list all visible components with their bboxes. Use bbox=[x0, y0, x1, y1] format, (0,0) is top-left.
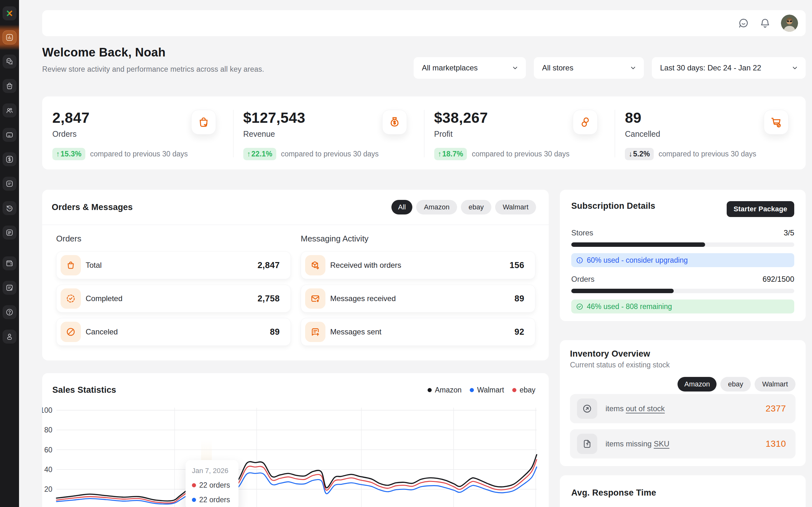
svg-text:60: 60 bbox=[44, 446, 52, 454]
svg-text:100: 100 bbox=[42, 406, 52, 414]
orders-completed-row: Completed 2,758 bbox=[56, 285, 291, 313]
svg-text:20: 20 bbox=[44, 485, 52, 493]
topbar bbox=[42, 10, 806, 36]
sales-chart: 10080604020 Jan 7, 2026 22 orders 22 ord… bbox=[42, 395, 549, 507]
sidebar-item-profile[interactable] bbox=[3, 330, 16, 344]
marketplaces-value: All marketplaces bbox=[422, 63, 478, 72]
history-10-icon: 10 bbox=[5, 204, 14, 212]
page-subtitle: Review store activity and performance me… bbox=[42, 65, 264, 74]
trend-up-circle-icon bbox=[577, 398, 597, 419]
tab-amazon[interactable]: Amazon bbox=[416, 200, 457, 215]
meter-label: Stores bbox=[571, 228, 593, 237]
orders-progress bbox=[571, 289, 794, 293]
row-value: 2,847 bbox=[258, 261, 280, 270]
row-label: items out of stock bbox=[606, 404, 665, 413]
sidebar-item-history[interactable]: 10 bbox=[3, 201, 16, 215]
chat-sent-icon bbox=[305, 322, 325, 342]
sidebar-item-products[interactable] bbox=[3, 128, 16, 142]
sidebar-item-orders[interactable] bbox=[3, 79, 16, 93]
row-value: 156 bbox=[509, 261, 524, 270]
orders-canceled-row: Canceled 89 bbox=[56, 318, 291, 346]
stores-progress bbox=[571, 242, 794, 247]
dashboard-icon bbox=[3, 31, 16, 44]
tab-ebay[interactable]: ebay bbox=[461, 200, 491, 215]
missing-sku-row: items missing SKU 1310 bbox=[570, 429, 796, 458]
svg-text:40: 40 bbox=[44, 465, 52, 474]
svg-text:80: 80 bbox=[44, 426, 52, 434]
marketplaces-dropdown[interactable]: All marketplaces bbox=[414, 57, 526, 79]
money-bag-icon bbox=[382, 110, 407, 134]
chart-tooltip: Jan 7, 2026 22 orders 22 orders bbox=[186, 460, 239, 507]
compare-text: compared to previous 30 days bbox=[472, 150, 569, 158]
stores-meter: Stores 3/5 60% used - consider upgrading bbox=[571, 228, 794, 267]
check-circle-icon bbox=[576, 303, 583, 310]
chat-icon[interactable] bbox=[738, 17, 749, 29]
sidebar-item-dashboard[interactable] bbox=[0, 25, 19, 50]
delta-badge: ↑15.3% bbox=[52, 148, 85, 160]
sidebar-nav: 10 bbox=[0, 25, 19, 354]
response-time-card: Avg. Response Time bbox=[560, 475, 806, 507]
dollar-icon bbox=[5, 155, 14, 163]
delta-badge: ↑22.1% bbox=[243, 148, 276, 160]
wallet-icon bbox=[5, 259, 14, 268]
stat-revenue: $127,543 Revenue ↑22.1% compared to prev… bbox=[233, 97, 424, 169]
inventory-tabs: Amazon ebay Walmart bbox=[570, 377, 796, 392]
sales-statistics-card: Sales Statistics Amazon Walmart ebay 100… bbox=[42, 373, 549, 507]
sidebar-item-reports[interactable] bbox=[3, 226, 16, 239]
row-value: 89 bbox=[514, 294, 524, 303]
compare-text: compared to previous 30 days bbox=[90, 150, 188, 158]
response-time-title: Avg. Response Time bbox=[571, 488, 794, 498]
date-range-dropdown[interactable]: Last 30 days: Dec 24 - Jan 22 bbox=[652, 57, 806, 79]
sidebar-item-listings[interactable] bbox=[3, 177, 16, 191]
bag-icon bbox=[61, 255, 81, 275]
tab-walmart[interactable]: Walmart bbox=[495, 200, 536, 215]
stat-profit: $38,267 Profit ↑18.7% compared to previo… bbox=[424, 97, 615, 169]
sidebar-item-wallet[interactable] bbox=[3, 257, 16, 270]
avatar[interactable] bbox=[781, 15, 798, 32]
chevron-down-icon bbox=[511, 64, 519, 72]
tab-ebay[interactable]: ebay bbox=[720, 377, 751, 392]
coins-icon bbox=[573, 110, 598, 134]
row-label: Total bbox=[86, 261, 102, 270]
help-icon bbox=[5, 308, 14, 316]
plan-badge[interactable]: Starter Package bbox=[727, 201, 794, 217]
box-icon bbox=[5, 131, 14, 139]
meter-value: 3/5 bbox=[784, 228, 794, 237]
sidebar-item-customers[interactable] bbox=[3, 103, 16, 117]
document-icon bbox=[5, 228, 14, 237]
tab-all[interactable]: All bbox=[391, 200, 412, 215]
orders-meter: Orders 692/1500 46% used - 808 remaining bbox=[571, 275, 794, 314]
subscription-title: Subscription Details bbox=[571, 201, 655, 211]
stat-label: Profit bbox=[434, 129, 570, 138]
note-icon bbox=[5, 284, 14, 292]
app-logo[interactable] bbox=[3, 6, 16, 20]
tab-amazon[interactable]: Amazon bbox=[678, 377, 716, 392]
bag-check-icon bbox=[191, 110, 216, 134]
stat-value: $127,543 bbox=[243, 109, 379, 126]
row-label: Received with orders bbox=[330, 261, 401, 270]
tab-walmart[interactable]: Walmart bbox=[755, 377, 796, 392]
sidebar-item-messages[interactable] bbox=[3, 55, 16, 68]
orders-note: 46% used - 808 remaining bbox=[571, 299, 794, 314]
sidebar-item-finances[interactable] bbox=[3, 152, 16, 166]
inventory-subtitle: Current status of existing stock bbox=[570, 361, 796, 369]
chevron-down-icon bbox=[629, 64, 637, 72]
stores-dropdown[interactable]: All stores bbox=[534, 57, 644, 79]
chat-icon bbox=[5, 57, 14, 66]
bag-icon bbox=[5, 82, 14, 90]
compare-text: compared to previous 30 days bbox=[281, 150, 379, 158]
chevron-down-icon bbox=[791, 64, 799, 72]
page-title: Welcome Back, Noah bbox=[42, 46, 264, 59]
sidebar-item-help[interactable] bbox=[3, 305, 16, 319]
stat-label: Cancelled bbox=[625, 129, 756, 138]
package-arrow-icon bbox=[305, 255, 325, 275]
inventory-title: Inventory Overview bbox=[570, 349, 796, 359]
stores-value: All stores bbox=[542, 63, 573, 72]
orders-messages-card: Orders & Messages All Amazon ebay Walmar… bbox=[42, 190, 549, 360]
messages-received-row: Messages received 89 bbox=[301, 285, 536, 313]
stat-label: Orders bbox=[52, 129, 188, 138]
sidebar-item-notes[interactable] bbox=[3, 281, 16, 295]
date-range-value: Last 30 days: Dec 24 - Jan 22 bbox=[660, 63, 761, 72]
bell-icon[interactable] bbox=[759, 17, 771, 29]
file-question-icon bbox=[577, 434, 597, 454]
